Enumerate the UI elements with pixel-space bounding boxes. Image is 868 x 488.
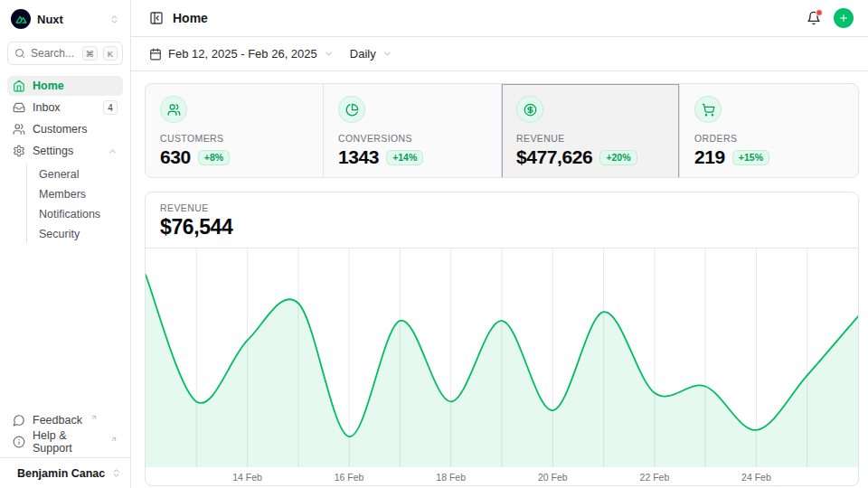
chart-metric-label: Revenue [160, 202, 844, 213]
shopping-cart-icon [694, 96, 722, 123]
chevron-up-down-icon [111, 468, 121, 478]
inbox-icon [13, 101, 25, 114]
chevron-up-down-icon [109, 14, 119, 24]
chart-metric-value: $76,544 [160, 215, 844, 239]
chevron-down-icon [324, 49, 334, 59]
stat-card-conversions[interactable]: Conversions 1343 +14% [324, 84, 502, 178]
external-link-icon [110, 436, 118, 443]
info-circle-icon [13, 436, 25, 448]
search-icon [14, 48, 25, 59]
stat-delta-badge: +20% [599, 150, 637, 165]
granularity-value: Daily [350, 47, 376, 61]
workspace-name: Nuxt [37, 13, 63, 26]
chevron-down-icon [382, 49, 392, 59]
page-title: Home [173, 11, 208, 25]
home-icon [13, 80, 25, 92]
sidebar-item-label: Customers [33, 123, 87, 136]
sidebar-item-customers[interactable]: Customers [7, 119, 123, 139]
x-axis-tick-label: 20 Feb [538, 472, 568, 483]
sidebar-item-notifications[interactable]: Notifications [39, 204, 123, 224]
x-axis-tick-label: 14 Feb [232, 472, 262, 483]
chart-x-axis: 14 Feb16 Feb18 Feb20 Feb22 Feb24 Feb [146, 467, 858, 486]
dashboard-content: Customers 630 +8% Conversions 1343 +14% [131, 71, 868, 488]
feedback-label: Feedback [33, 414, 82, 427]
chevron-up-icon [108, 146, 118, 156]
x-axis-tick-label: 24 Feb [741, 472, 771, 483]
search-input[interactable]: Search... ⌘ K [7, 42, 123, 65]
sidebar-nav: Home Inbox 4 Customers Settings [7, 76, 123, 244]
header-actions [807, 8, 854, 28]
stat-delta-badge: +8% [198, 150, 230, 165]
sidebar-item-inbox[interactable]: Inbox 4 [7, 98, 123, 117]
sidebar-item-label: Home [33, 80, 64, 92]
pie-chart-icon [338, 96, 365, 123]
nuxt-logo-icon [11, 9, 31, 29]
help-support-link[interactable]: Help & Support [7, 432, 123, 452]
main-area: Home Feb 12, 2025 - Feb 26, 2025 [131, 0, 868, 488]
date-range-value: Feb 12, 2025 - Feb 26, 2025 [168, 47, 317, 61]
stat-value: 630 [160, 146, 191, 168]
date-range-picker[interactable]: Feb 12, 2025 - Feb 26, 2025 [149, 47, 334, 61]
gear-icon [13, 145, 25, 157]
granularity-select[interactable]: Daily [350, 47, 392, 61]
notification-dot [816, 9, 823, 16]
message-bubble-icon [13, 414, 25, 427]
sidebar-item-settings[interactable]: Settings [7, 141, 123, 161]
page-header: Home [131, 0, 868, 37]
notifications-bell-icon[interactable] [807, 11, 821, 25]
x-axis-tick-label: 16 Feb [335, 472, 364, 483]
kbd-cmd: ⌘ [82, 46, 99, 61]
stats-row: Customers 630 +8% Conversions 1343 +14% [145, 83, 859, 178]
stat-card-orders[interactable]: Orders 219 +15% [680, 84, 858, 178]
stat-card-customers[interactable]: Customers 630 +8% [146, 84, 324, 178]
stat-delta-badge: +14% [386, 150, 423, 165]
stat-value: $477,626 [516, 146, 592, 168]
user-menu[interactable]: Benjamin Canac [0, 457, 130, 488]
chart-svg [146, 249, 858, 467]
stat-label: Orders [694, 133, 844, 144]
sidebar-item-members[interactable]: Members [39, 184, 123, 204]
add-button[interactable] [834, 8, 854, 28]
stat-delta-badge: +15% [732, 150, 769, 165]
x-axis-tick-label: 22 Feb [640, 472, 670, 483]
users-icon [13, 123, 25, 136]
user-name: Benjamin Canac [17, 467, 105, 480]
stat-label: Customers [160, 133, 308, 144]
filters-toolbar: Feb 12, 2025 - Feb 26, 2025 Daily [131, 37, 868, 71]
stat-card-revenue[interactable]: Revenue $477,626 +20% [502, 84, 680, 178]
users-icon [160, 96, 187, 123]
search-placeholder: Search... [31, 47, 77, 60]
sidebar-item-home[interactable]: Home [7, 76, 123, 96]
workspace-switcher[interactable]: Nuxt [7, 7, 123, 31]
circle-dollar-icon [516, 96, 543, 123]
sidebar-item-general[interactable]: General [39, 164, 123, 184]
calendar-icon [149, 48, 162, 61]
revenue-chart-card: Revenue $76,544 14 Feb16 Feb18 Feb20 Feb… [145, 192, 859, 486]
sidebar-item-label: Settings [33, 145, 73, 157]
inbox-count-badge: 4 [103, 100, 118, 115]
chart-header: Revenue $76,544 [146, 192, 858, 249]
sidebar-footer: Feedback Help & Support [7, 410, 123, 457]
settings-subnav: General Members Notifications Security [26, 164, 123, 244]
sidebar-item-security[interactable]: Security [39, 224, 123, 244]
kbd-k: K [103, 46, 118, 61]
stat-label: Revenue [516, 133, 665, 144]
external-link-icon [90, 414, 98, 421]
x-axis-tick-label: 18 Feb [436, 472, 466, 483]
stat-value: 219 [694, 146, 725, 168]
sidebar-item-label: Inbox [33, 101, 61, 114]
stat-value: 1343 [338, 146, 379, 168]
revenue-area-chart[interactable] [146, 249, 858, 467]
collapse-sidebar-icon[interactable] [149, 11, 164, 25]
feedback-link[interactable]: Feedback [7, 410, 123, 430]
stat-label: Conversions [338, 133, 486, 144]
app-window: Nuxt Search... ⌘ K Home [0, 0, 868, 488]
help-support-label: Help & Support [33, 429, 102, 455]
sidebar: Nuxt Search... ⌘ K Home [0, 0, 131, 488]
